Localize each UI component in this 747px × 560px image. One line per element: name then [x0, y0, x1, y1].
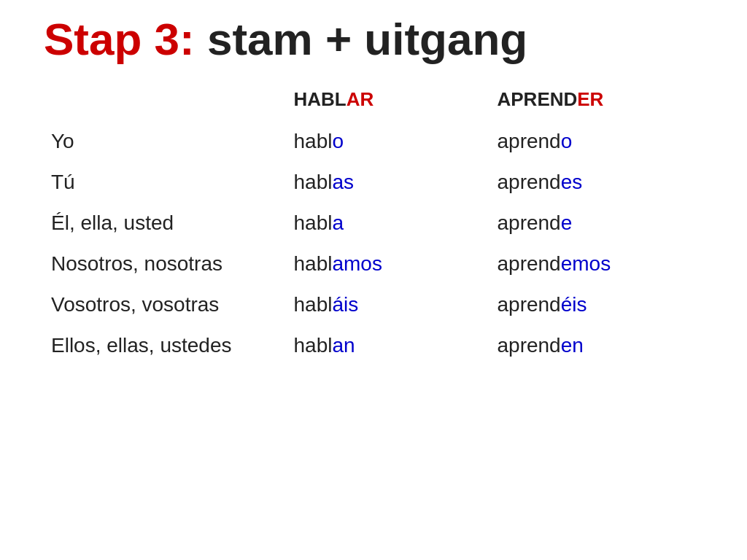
- aprender-form-2: aprende: [475, 203, 703, 244]
- aprender-ending-0: o: [561, 130, 573, 152]
- aprender-stem-2: aprend: [497, 211, 560, 234]
- aprender-ending-header: ER: [577, 88, 603, 110]
- table-row: Vosotros, vosotrashabláisaprendéis: [44, 284, 703, 325]
- hablar-stem-header: HABL: [293, 88, 346, 110]
- pronoun-4: Vosotros, vosotras: [44, 284, 271, 325]
- aprender-stem-header: APREND: [497, 88, 577, 110]
- aprender-form-1: aprendes: [475, 162, 703, 203]
- pronoun-2: Él, ella, usted: [44, 203, 271, 244]
- hablar-stem-3: habl: [293, 252, 332, 275]
- aprender-form-3: aprendemos: [475, 244, 703, 284]
- aprender-ending-3: emos: [561, 252, 611, 275]
- aprender-stem-3: aprend: [497, 252, 560, 275]
- table-row: Túhablasaprendes: [44, 162, 703, 203]
- title-rest: stam + uitgang: [195, 14, 527, 64]
- hablar-form-4: habláis: [271, 284, 475, 325]
- table-row: Nosotros, nosotrashablamosaprendemos: [44, 244, 703, 284]
- hablar-stem-4: habl: [293, 293, 332, 316]
- aprender-stem-1: aprend: [497, 171, 560, 193]
- title-stap: Stap 3:: [44, 14, 195, 64]
- hablar-stem-2: habl: [293, 211, 332, 234]
- hablar-ending-1: as: [332, 171, 354, 193]
- pronoun-5: Ellos, ellas, ustedes: [44, 325, 271, 366]
- hablar-form-5: hablan: [271, 325, 475, 366]
- aprender-ending-5: en: [561, 334, 584, 357]
- hablar-ending-5: an: [332, 334, 355, 357]
- aprender-stem-5: aprend: [497, 334, 560, 357]
- aprender-form-0: aprendo: [475, 121, 703, 162]
- hablar-form-1: hablas: [271, 162, 475, 203]
- hablar-stem-5: habl: [293, 334, 332, 357]
- table-row: Ellos, ellas, ustedeshablanaprenden: [44, 325, 703, 366]
- pronoun-0: Yo: [44, 121, 271, 162]
- hablar-form-0: hablo: [271, 121, 475, 162]
- header-aprender: APRENDER: [475, 82, 703, 121]
- table-row: Yohabloaprendo: [44, 121, 703, 162]
- aprender-ending-1: es: [561, 171, 583, 193]
- pronoun-1: Tú: [44, 162, 271, 203]
- conjugation-table: HABLAR APRENDER YohabloaprendoTúhablasap…: [44, 82, 703, 366]
- aprender-form-4: aprendéis: [475, 284, 703, 325]
- header-hablar: HABLAR: [271, 82, 475, 121]
- page-title: Stap 3: stam + uitgang: [44, 15, 703, 64]
- aprender-form-5: aprenden: [475, 325, 703, 366]
- hablar-ending-header: AR: [347, 88, 374, 110]
- hablar-stem-1: habl: [293, 171, 332, 193]
- hablar-ending-0: o: [332, 130, 344, 152]
- table-row: Él, ella, ustedhablaaprende: [44, 203, 703, 244]
- page: Stap 3: stam + uitgang HABLAR APRENDER Y…: [0, 0, 747, 560]
- aprender-ending-2: e: [561, 211, 573, 234]
- header-pronoun: [44, 82, 271, 121]
- pronoun-3: Nosotros, nosotras: [44, 244, 271, 284]
- aprender-ending-4: éis: [561, 293, 587, 316]
- aprender-stem-0: aprend: [497, 130, 560, 152]
- hablar-form-2: habla: [271, 203, 475, 244]
- aprender-stem-4: aprend: [497, 293, 560, 316]
- hablar-form-3: hablamos: [271, 244, 475, 284]
- hablar-ending-4: áis: [332, 293, 358, 316]
- hablar-ending-2: a: [332, 211, 344, 234]
- hablar-ending-3: amos: [332, 252, 382, 275]
- hablar-stem-0: habl: [293, 130, 332, 152]
